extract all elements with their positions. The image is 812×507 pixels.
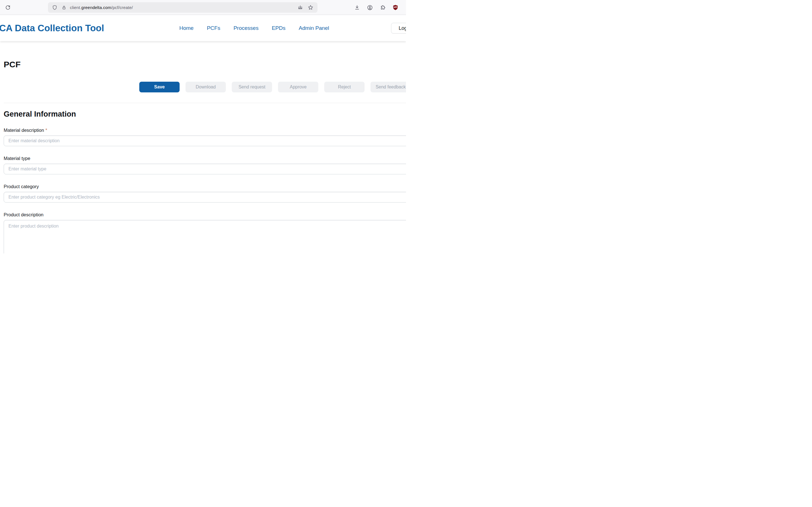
send-request-button[interactable]: Send request <box>232 82 272 93</box>
field-label: Product category <box>4 184 406 189</box>
product-category-field: Product category <box>4 184 406 203</box>
nav-processes[interactable]: Processes <box>234 25 259 31</box>
material-description-field: Material description* <box>4 128 406 146</box>
url-domain: greendelta.com <box>82 5 111 10</box>
save-page-icon[interactable] <box>297 5 303 10</box>
field-label: Product description <box>4 212 406 217</box>
nav-home[interactable]: Home <box>179 25 194 31</box>
send-feedback-button[interactable]: Send feedback <box>370 82 406 93</box>
reload-icon[interactable] <box>4 4 11 11</box>
material-type-input[interactable] <box>4 164 406 174</box>
action-buttons: Save Download Send request Approve Rejec… <box>139 82 406 93</box>
product-category-input[interactable] <box>4 192 406 203</box>
nav-epds[interactable]: EPDs <box>272 25 286 31</box>
section-title: General Information <box>4 110 76 119</box>
save-button[interactable]: Save <box>139 82 180 93</box>
bookmark-star-icon[interactable] <box>308 4 313 10</box>
app-header: CA Data Collection Tool Home PCFs Proces… <box>0 15 406 41</box>
url-bar[interactable]: client.greendelta.com/pcf/create/ <box>48 2 317 13</box>
approve-button[interactable]: Approve <box>278 82 318 93</box>
browser-toolbar: client.greendelta.com/pcf/create/ <box>0 0 406 15</box>
url-text: client.greendelta.com/pcf/create/ <box>70 5 133 10</box>
url-subdomain: client. <box>70 5 82 10</box>
url-path: /pcf/create/ <box>111 5 133 10</box>
extensions-icon[interactable] <box>380 4 386 10</box>
field-label: Material description* <box>4 128 406 133</box>
field-label: Material type <box>4 156 406 161</box>
ublock-glyph: uO <box>393 6 398 8</box>
download-button[interactable]: Download <box>186 82 226 93</box>
ublock-origin-icon[interactable]: uO <box>393 4 398 10</box>
toolbar-buttons: uO <box>354 0 398 15</box>
required-marker: * <box>45 128 47 133</box>
product-description-field: Product description <box>4 212 406 253</box>
tracking-protection-shield-icon[interactable] <box>52 5 57 10</box>
nav-pcfs[interactable]: PCFs <box>207 25 220 31</box>
page-title: PCF <box>4 60 20 69</box>
material-description-input[interactable] <box>4 135 406 146</box>
downloads-icon[interactable] <box>354 4 360 10</box>
lock-icon[interactable] <box>61 5 66 10</box>
account-icon[interactable] <box>367 4 373 11</box>
app-title[interactable]: CA Data Collection Tool <box>0 15 104 41</box>
browser-window: client.greendelta.com/pcf/create/ <box>0 0 406 253</box>
product-description-textarea[interactable] <box>4 220 406 253</box>
material-type-field: Material type <box>4 156 406 174</box>
nav-admin-panel[interactable]: Admin Panel <box>299 25 329 31</box>
reject-button[interactable]: Reject <box>324 82 364 93</box>
logout-button[interactable]: Log <box>391 23 406 34</box>
main-nav: Home PCFs Processes EPDs Admin Panel <box>179 15 329 41</box>
